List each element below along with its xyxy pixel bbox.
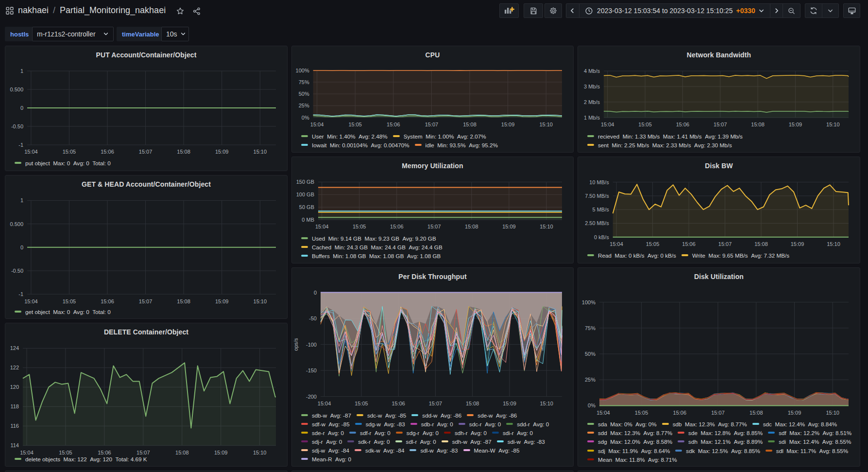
svg-text:15:08: 15:08 <box>177 298 190 304</box>
svg-text:15:06: 15:06 <box>387 122 400 127</box>
svg-text:116: 116 <box>10 423 19 429</box>
svg-text:15:06: 15:06 <box>673 410 687 416</box>
svg-text:15:06: 15:06 <box>676 122 690 127</box>
svg-text:15:06: 15:06 <box>390 224 404 229</box>
svg-text:15:08: 15:08 <box>754 241 768 247</box>
svg-text:15:04: 15:04 <box>315 224 329 229</box>
svg-text:75%: 75% <box>299 79 309 85</box>
svg-text:-100: -100 <box>306 342 317 348</box>
svg-text:15:05: 15:05 <box>348 122 362 127</box>
svg-text:15:10: 15:10 <box>826 122 840 127</box>
svg-text:15:09: 15:09 <box>215 298 229 304</box>
svg-text:0 kB/s: 0 kB/s <box>594 234 609 240</box>
svg-text:15:07: 15:07 <box>429 401 443 406</box>
svg-text:15:10: 15:10 <box>826 410 839 416</box>
svg-text:50 GB: 50 GB <box>299 204 314 210</box>
svg-text:0%: 0% <box>588 402 596 408</box>
svg-text:15:08: 15:08 <box>177 149 190 155</box>
svg-text:100%: 100% <box>296 68 309 73</box>
svg-text:0: 0 <box>20 245 23 250</box>
svg-text:15:06: 15:06 <box>101 149 114 155</box>
svg-text:15:10: 15:10 <box>540 401 553 406</box>
svg-text:ops/s: ops/s <box>293 338 299 351</box>
svg-text:-1: -1 <box>18 142 23 148</box>
svg-text:1 Mb/s: 1 Mb/s <box>584 115 600 121</box>
svg-text:15:05: 15:05 <box>63 149 76 155</box>
svg-text:0 MB: 0 MB <box>302 217 314 223</box>
svg-text:120: 120 <box>10 384 19 390</box>
svg-text:15:06: 15:06 <box>391 401 405 406</box>
svg-text:50%: 50% <box>299 91 309 97</box>
svg-text:15:07: 15:07 <box>427 224 441 229</box>
svg-text:15:10: 15:10 <box>254 149 267 155</box>
svg-text:15:08: 15:08 <box>749 410 763 416</box>
svg-text:7.50 MB/s: 7.50 MB/s <box>585 193 609 199</box>
svg-text:15:04: 15:04 <box>310 122 324 127</box>
svg-text:15:09: 15:09 <box>789 122 802 127</box>
svg-text:0: 0 <box>314 290 317 296</box>
svg-text:15:06: 15:06 <box>682 241 696 247</box>
svg-text:4 Mb/s: 4 Mb/s <box>584 68 600 74</box>
svg-text:15:10: 15:10 <box>540 224 553 229</box>
svg-text:50%: 50% <box>585 351 596 357</box>
svg-text:0.500: 0.500 <box>10 87 23 92</box>
svg-text:-1: -1 <box>18 291 23 297</box>
svg-text:118: 118 <box>10 403 19 409</box>
svg-text:15:10: 15:10 <box>254 298 267 304</box>
svg-text:-50: -50 <box>309 315 317 321</box>
svg-text:150 GB: 150 GB <box>296 179 314 185</box>
svg-text:15:04: 15:04 <box>596 410 610 416</box>
svg-text:-0.50: -0.50 <box>11 123 23 129</box>
svg-text:15:09: 15:09 <box>791 241 804 247</box>
svg-text:15:08: 15:08 <box>751 122 765 127</box>
svg-text:15:05: 15:05 <box>635 410 648 416</box>
svg-text:15:09: 15:09 <box>215 149 229 155</box>
svg-text:15:08: 15:08 <box>463 122 477 127</box>
svg-text:15:06: 15:06 <box>101 298 114 304</box>
svg-text:-0.50: -0.50 <box>11 268 23 274</box>
svg-text:1: 1 <box>20 197 23 203</box>
svg-text:122: 122 <box>10 365 19 370</box>
svg-text:15:10: 15:10 <box>827 241 840 247</box>
svg-text:25%: 25% <box>299 103 309 108</box>
svg-text:2 Mb/s: 2 Mb/s <box>584 99 600 105</box>
svg-text:15:07: 15:07 <box>425 122 439 127</box>
svg-text:15:09: 15:09 <box>501 122 515 127</box>
svg-text:15:05: 15:05 <box>355 401 368 406</box>
svg-text:15:09: 15:09 <box>503 401 516 406</box>
svg-text:100 GB: 100 GB <box>296 192 314 197</box>
svg-text:1: 1 <box>20 68 23 74</box>
svg-text:100%: 100% <box>582 299 596 305</box>
svg-text:15:05: 15:05 <box>63 298 76 304</box>
svg-text:15:04: 15:04 <box>318 401 331 406</box>
svg-text:15:04: 15:04 <box>610 241 623 247</box>
svg-text:15:10: 15:10 <box>539 122 553 127</box>
svg-text:15:07: 15:07 <box>714 122 727 127</box>
svg-text:15:04: 15:04 <box>601 122 614 127</box>
svg-text:15:05: 15:05 <box>353 224 366 229</box>
svg-text:-200: -200 <box>306 394 317 400</box>
svg-text:15:04: 15:04 <box>24 298 38 304</box>
svg-text:15:07: 15:07 <box>139 149 153 155</box>
svg-text:15:08: 15:08 <box>466 401 479 406</box>
svg-text:0.500: 0.500 <box>10 221 23 227</box>
svg-text:15:07: 15:07 <box>139 298 153 304</box>
svg-text:-150: -150 <box>306 367 317 373</box>
svg-text:15:05: 15:05 <box>638 122 652 127</box>
svg-text:15:07: 15:07 <box>718 241 732 247</box>
svg-text:5 MB/s: 5 MB/s <box>592 207 609 212</box>
svg-text:15:09: 15:09 <box>502 224 516 229</box>
svg-text:0%: 0% <box>302 115 309 121</box>
svg-text:2.50 MB/s: 2.50 MB/s <box>585 220 609 226</box>
svg-text:15:04: 15:04 <box>24 149 38 155</box>
svg-text:10 MB/s: 10 MB/s <box>589 179 609 185</box>
svg-text:15:05: 15:05 <box>646 241 660 247</box>
svg-text:15:07: 15:07 <box>711 410 725 416</box>
svg-text:25%: 25% <box>585 377 596 383</box>
svg-text:75%: 75% <box>585 325 596 331</box>
svg-text:3 Mb/s: 3 Mb/s <box>584 84 600 89</box>
svg-text:15:08: 15:08 <box>465 224 478 229</box>
svg-text:0: 0 <box>20 105 23 111</box>
svg-text:124: 124 <box>10 345 19 351</box>
svg-text:114: 114 <box>10 442 19 448</box>
